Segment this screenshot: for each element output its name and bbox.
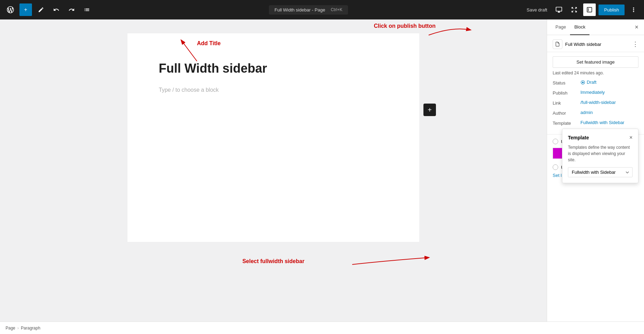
select-sidebar-annotation: Select fullwidth sidebar <box>242 258 305 264</box>
desktop-icon <box>555 6 562 13</box>
last-edited-text: Last edited 24 minutes ago. <box>553 71 638 75</box>
list-view-icon <box>84 7 90 13</box>
use-image-checkbox[interactable] <box>553 164 558 170</box>
page-block-icon <box>555 41 560 47</box>
more-options-icon <box>630 6 637 13</box>
add-block-button[interactable]: + <box>19 3 32 16</box>
template-tooltip: Template × Templates define the way cont… <box>562 129 638 183</box>
block-more-button[interactable]: ⋮ <box>632 40 638 48</box>
publish-annotation: Click on publish button <box>374 23 436 29</box>
top-toolbar: + Full Width sidebar - Page Ctrl+K Save … <box>0 0 644 19</box>
featured-image-section: Set featured image Last edited 24 minute… <box>547 52 644 135</box>
add-block-inline-button[interactable]: + <box>423 104 436 116</box>
breadcrumb-page[interactable]: Page <box>6 326 15 331</box>
tab-page[interactable]: Page <box>551 19 570 35</box>
editor-content: Full Width sidebar Type / to choose a bl… <box>127 33 419 242</box>
main-layout: Click on publish button Full Width sideb… <box>0 19 644 334</box>
desktop-preview-button[interactable] <box>553 3 565 16</box>
tab-block[interactable]: Block <box>570 19 589 35</box>
resize-button[interactable] <box>568 3 580 16</box>
save-draft-button[interactable]: Save draft <box>524 5 550 15</box>
sidebar-tabs: Page Block × <box>547 19 644 35</box>
author-row: Author admin <box>553 110 638 116</box>
breadcrumb-current[interactable]: Paragraph <box>21 326 40 331</box>
breadcrumb-separator: › <box>17 326 19 331</box>
author-value[interactable]: admin <box>580 110 593 115</box>
pencil-icon <box>38 7 44 13</box>
link-value[interactable]: /full-width-sidebar <box>580 100 616 105</box>
status-value[interactable]: Draft <box>580 80 596 85</box>
wp-logo[interactable] <box>4 3 17 16</box>
undo-icon <box>53 7 59 13</box>
list-view-button[interactable] <box>81 3 93 16</box>
more-options-button[interactable] <box>627 3 640 16</box>
publish-meta-label: Publish <box>553 90 580 96</box>
tooltip-description: Templates define the way content is disp… <box>568 144 633 163</box>
tooltip-close-button[interactable]: × <box>629 135 633 141</box>
status-label: Status <box>553 80 580 85</box>
link-row: Link /full-width-sidebar <box>553 100 638 106</box>
breadcrumb: Page › Paragraph <box>6 326 40 331</box>
template-value[interactable]: Fullwidth with Sidebar <box>580 120 624 125</box>
set-featured-image-button[interactable]: Set featured image <box>553 56 638 68</box>
undo-button[interactable] <box>50 3 63 16</box>
add-title-annotation: Add Title <box>197 40 221 47</box>
editor-area: Click on publish button Full Width sideb… <box>0 19 547 334</box>
template-label: Template <box>553 120 580 126</box>
block-title: Full Width sidebar <box>565 42 629 47</box>
sidebar-close-button[interactable]: × <box>633 22 640 32</box>
page-title[interactable]: Full Width sidebar <box>159 61 388 76</box>
block-placeholder[interactable]: Type / to choose a block <box>159 84 388 96</box>
publish-button[interactable]: Publish <box>598 5 625 15</box>
block-icon <box>553 39 562 49</box>
resize-icon <box>571 6 578 13</box>
sidebar-icon <box>586 6 593 13</box>
tooltip-header: Template × <box>568 135 633 141</box>
link-label: Link <box>553 100 580 106</box>
redo-icon <box>68 7 75 13</box>
tooltip-title: Template <box>568 135 589 140</box>
toolbar-center: Full Width sidebar - Page Ctrl+K <box>96 5 521 15</box>
publish-row: Publish Immediately <box>553 90 638 96</box>
select-sidebar-arrow <box>349 251 436 271</box>
use-color-checkbox[interactable] <box>553 139 558 144</box>
edit-mode-button[interactable] <box>35 3 47 16</box>
status-row: Status Draft <box>553 80 638 85</box>
document-title-area[interactable]: Full Width sidebar - Page Ctrl+K <box>269 5 348 15</box>
document-title: Full Width sidebar - Page <box>274 7 325 13</box>
redo-button[interactable] <box>65 3 78 16</box>
bottom-bar: Page › Paragraph <box>0 321 644 334</box>
template-select[interactable]: Fullwidth with Sidebar Default Full Widt… <box>568 167 633 177</box>
publish-meta-value[interactable]: Immediately <box>580 90 605 95</box>
draft-icon <box>580 80 585 85</box>
author-label: Author <box>553 110 580 116</box>
svg-point-0 <box>582 81 584 83</box>
add-icon: + <box>24 7 27 13</box>
wordpress-icon <box>6 6 15 14</box>
block-header: Full Width sidebar ⋮ <box>547 35 644 52</box>
template-row: Template Fullwidth with Sidebar <box>553 120 638 126</box>
toolbar-right: Save draft Publish <box>524 3 640 16</box>
sidebar-toggle-button[interactable] <box>583 3 596 16</box>
plus-icon: + <box>428 106 432 114</box>
keyboard-shortcut: Ctrl+K <box>331 7 342 12</box>
